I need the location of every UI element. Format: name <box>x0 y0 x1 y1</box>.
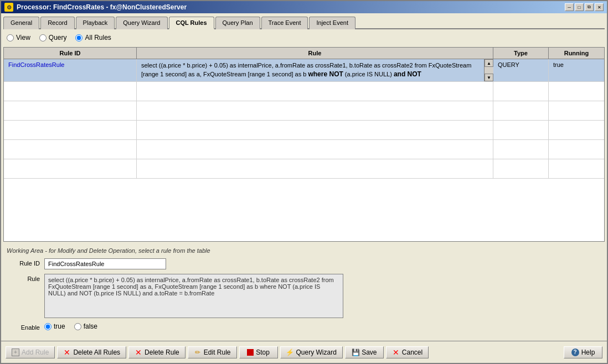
cell-rule: select ((a.price * b.price) + 0.05) as i… <box>137 59 493 81</box>
tab-query-wizard[interactable]: Query Wizard <box>116 17 167 29</box>
scroll-down-button[interactable]: ▼ <box>485 74 493 81</box>
col-header-rule-id: Rule ID <box>4 48 137 59</box>
rule-label: Rule <box>7 274 40 282</box>
window-title: Processor: FindCrossRates - fx@NonCluste… <box>17 3 187 11</box>
radio-all-rules-input[interactable] <box>75 34 83 41</box>
table-row[interactable] <box>4 159 604 179</box>
minimize-button[interactable]: ─ <box>565 3 574 11</box>
stop-button[interactable]: Stop <box>239 346 278 358</box>
add-rule-button[interactable]: + Add Rule <box>6 346 55 358</box>
enable-true-option[interactable]: true <box>44 323 65 330</box>
working-area: Working Area - for Modify and Delete Ope… <box>3 244 605 339</box>
rule-id-row: Rule ID <box>7 258 601 269</box>
title-bar: ⚙ Processor: FindCrossRates - fx@NonClus… <box>1 1 607 13</box>
col-header-running: Running <box>549 48 604 59</box>
enable-false-option[interactable]: false <box>74 323 97 330</box>
footer-right-buttons: ? Help <box>564 346 602 358</box>
radio-view[interactable]: View <box>7 34 30 41</box>
radio-all-rules-label: All Rules <box>85 34 111 41</box>
cell-rule-id: FindCrossRatesRule <box>4 59 137 81</box>
footer-left-buttons: + Add Rule ✕ Delete All Rules ✕ Delete R… <box>6 346 429 358</box>
enable-label: Enable <box>7 323 40 331</box>
table-row[interactable]: FindCrossRatesRule select ((a.price * b.… <box>4 59 604 82</box>
radio-view-input[interactable] <box>7 34 14 41</box>
radio-all-rules[interactable]: All Rules <box>75 34 111 41</box>
maximize-button[interactable]: □ <box>575 3 584 11</box>
window-content: General Record Playback Query Wizard CQL… <box>1 13 607 341</box>
enable-row: Enable true false <box>7 323 601 331</box>
edit-rule-button[interactable]: ✏ Edit Rule <box>188 346 237 358</box>
cancel-icon: ✕ <box>392 349 400 356</box>
footer: + Add Rule ✕ Delete All Rules ✕ Delete R… <box>1 341 607 363</box>
filter-radio-group: View Query All Rules <box>3 32 605 44</box>
edit-rule-label: Edit Rule <box>204 349 231 356</box>
delete-all-rules-button[interactable]: ✕ Delete All Rules <box>57 346 126 358</box>
radio-query-input[interactable] <box>39 34 47 41</box>
help-icon: ? <box>571 349 579 356</box>
help-label: Help <box>581 349 595 356</box>
help-button[interactable]: ? Help <box>564 346 602 358</box>
close-button[interactable]: ✕ <box>595 3 604 11</box>
enable-true-radio[interactable] <box>44 323 51 330</box>
cancel-button[interactable]: ✕ Cancel <box>386 346 429 358</box>
enable-false-label: false <box>84 323 97 330</box>
tab-query-plan[interactable]: Query Plan <box>215 17 260 29</box>
query-wizard-button[interactable]: ⚡ Query Wizard <box>280 346 343 358</box>
rule-textarea[interactable]: select ((a.price * b.price) + 0.05) as i… <box>44 274 343 318</box>
tab-cql-rules[interactable]: CQL Rules <box>169 17 214 29</box>
wizard-icon: ⚡ <box>286 349 294 356</box>
enable-false-radio[interactable] <box>74 323 81 330</box>
add-icon: + <box>12 349 19 356</box>
enable-true-label: true <box>54 323 65 330</box>
delete-all-label: Delete All Rules <box>73 349 120 356</box>
window-icon: ⚙ <box>4 3 13 12</box>
cell-running: true <box>549 59 604 81</box>
cell-type: QUERY <box>493 59 549 81</box>
window-controls: ─ □ ⧉ ✕ <box>565 3 604 11</box>
rule-row: Rule select ((a.price * b.price) + 0.05)… <box>7 274 601 318</box>
col-header-type: Type <box>493 48 549 59</box>
table-row[interactable] <box>4 121 604 140</box>
table-header: Rule ID Rule Type Running <box>4 48 604 59</box>
stop-label: Stop <box>256 349 270 356</box>
cancel-label: Cancel <box>402 349 422 356</box>
delete-all-icon: ✕ <box>63 349 71 356</box>
rules-table: Rule ID Rule Type Running FindCrossRates… <box>3 47 605 242</box>
tab-record[interactable]: Record <box>40 17 74 29</box>
add-rule-label: Add Rule <box>22 349 49 356</box>
enable-radio-group: true false <box>44 323 97 330</box>
save-icon: 💾 <box>352 349 359 356</box>
delete-rule-button[interactable]: ✕ Delete Rule <box>128 346 186 358</box>
table-row[interactable] <box>4 140 604 159</box>
table-row[interactable] <box>4 82 604 101</box>
delete-rule-label: Delete Rule <box>145 349 179 356</box>
tab-bar: General Record Playback Query Wizard CQL… <box>3 15 605 29</box>
radio-query[interactable]: Query <box>39 34 67 41</box>
tab-general[interactable]: General <box>3 17 39 29</box>
cell-rule-text: select ((a.price * b.price) + 0.05) as i… <box>141 61 488 79</box>
query-wizard-label: Query Wizard <box>296 349 337 356</box>
tab-playback[interactable]: Playback <box>76 17 115 29</box>
rule-id-input[interactable] <box>44 258 166 269</box>
table-row[interactable] <box>4 101 604 121</box>
radio-query-label: Query <box>49 34 67 41</box>
tab-inject-event[interactable]: Inject Event <box>309 17 355 29</box>
rule-id-label: Rule ID <box>7 258 40 267</box>
scroll-up-button[interactable]: ▲ <box>485 59 493 67</box>
restore-button[interactable]: ⧉ <box>585 3 594 11</box>
table-body: FindCrossRatesRule select ((a.price * b.… <box>4 59 604 241</box>
save-label: Save <box>362 349 377 356</box>
tab-trace-event[interactable]: Trace Event <box>261 17 308 29</box>
main-window: ⚙ Processor: FindCrossRates - fx@NonClus… <box>0 0 608 364</box>
col-header-rule: Rule <box>137 48 493 59</box>
delete-icon: ✕ <box>135 349 142 356</box>
stop-icon <box>247 349 254 356</box>
edit-icon: ✏ <box>194 349 202 356</box>
radio-view-label: View <box>16 34 30 41</box>
working-area-title: Working Area - for Modify and Delete Ope… <box>7 247 601 254</box>
save-button[interactable]: 💾 Save <box>345 346 384 358</box>
